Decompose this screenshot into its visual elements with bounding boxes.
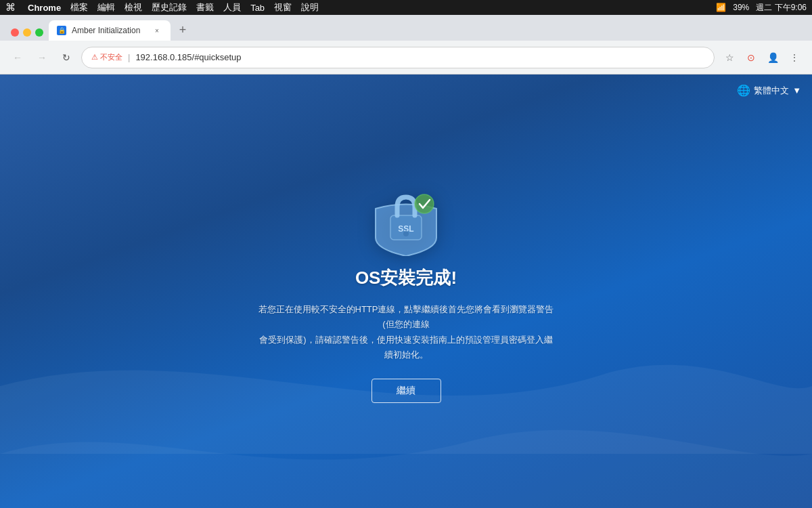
ssl-icon-container: SSL: [369, 179, 443, 254]
security-indicator: ⚠ 不安全: [91, 52, 122, 62]
minimize-window-button[interactable]: [23, 28, 31, 37]
svg-point-2: [403, 231, 409, 236]
tab-bar: Amber Initialization × +: [0, 15, 812, 41]
lang-label: 繁體中文: [754, 85, 789, 97]
svg-point-3: [415, 194, 434, 213]
tab-favicon: [57, 26, 66, 35]
menu-people[interactable]: 人員: [223, 1, 241, 14]
menu-view[interactable]: 檢視: [125, 1, 142, 14]
security-label: 不安全: [100, 52, 122, 62]
new-tab-button[interactable]: +: [173, 20, 192, 39]
tab-close-button[interactable]: ×: [152, 25, 162, 36]
bookmark-button[interactable]: ☆: [720, 48, 739, 67]
menu-help[interactable]: 說明: [301, 1, 319, 14]
back-button[interactable]: ←: [8, 48, 27, 67]
menu-window[interactable]: 視窗: [274, 1, 292, 14]
extension-button[interactable]: ⊙: [742, 48, 761, 67]
chrome-window: Amber Initialization × + ← → ↻ ⚠ 不安全 | 1…: [0, 15, 812, 508]
chrome-menu-button[interactable]: ⋮: [785, 48, 804, 67]
menu-bar-right: 📶 39% 週二 下午9:06: [716, 2, 807, 14]
install-description: 若您正在使用較不安全的HTTP連線，點擊繼續後首先您將會看到瀏覽器警告(但您的連…: [257, 302, 555, 362]
install-complete-title: OS安裝完成!: [355, 266, 457, 290]
traffic-lights: [5, 28, 49, 37]
main-content: SSL OS安裝完成! 若您正在使用較不安全的HTTP連線，點擊繼續後首先您將會…: [257, 179, 555, 402]
battery-indicator: 39%: [733, 3, 749, 12]
globe-icon: 🌐: [737, 84, 750, 97]
url-bar[interactable]: ⚠ 不安全 | 192.168.0.185/#quicksetup: [81, 47, 715, 68]
apple-menu[interactable]: ⌘: [5, 1, 16, 14]
chevron-down-icon: ▼: [792, 85, 801, 96]
account-button[interactable]: 👤: [763, 48, 782, 67]
maximize-window-button[interactable]: [35, 28, 43, 37]
tab-title: Amber Initialization: [72, 26, 146, 35]
menu-edit[interactable]: 編輯: [97, 1, 115, 14]
menu-tab[interactable]: Tab: [250, 3, 265, 13]
browser-content: 🌐 繁體中文 ▼ SSL: [0, 75, 812, 508]
reload-button[interactable]: ↻: [57, 48, 76, 67]
address-bar: ← → ↻ ⚠ 不安全 | 192.168.0.185/#quicksetup …: [0, 41, 812, 75]
language-selector[interactable]: 🌐 繁體中文 ▼: [737, 84, 801, 97]
app-name-menu[interactable]: Chrome: [28, 3, 61, 13]
menu-bar: ⌘ Chrome 檔案 編輯 檢視 歷史記錄 書籤 人員 Tab 視窗 說明 📶…: [0, 0, 812, 15]
menu-bar-left: ⌘ Chrome 檔案 編輯 檢視 歷史記錄 書籤 人員 Tab 視窗 說明: [5, 1, 319, 14]
url-text: 192.168.0.185/#quicksetup: [135, 52, 241, 62]
menu-file[interactable]: 檔案: [70, 1, 88, 14]
wifi-icon: 📶: [716, 3, 726, 12]
lock-icon: ⚠: [91, 53, 98, 62]
forward-button[interactable]: →: [32, 48, 51, 67]
clock: 週二 下午9:06: [756, 2, 807, 14]
close-window-button[interactable]: [11, 28, 19, 37]
menu-bookmarks[interactable]: 書籤: [196, 1, 214, 14]
address-bar-actions: ☆ ⊙ 👤 ⋮: [720, 48, 804, 67]
menu-history[interactable]: 歷史記錄: [152, 1, 187, 14]
ssl-lock-icon: SSL: [369, 178, 443, 256]
active-tab[interactable]: Amber Initialization ×: [49, 20, 171, 41]
continue-button[interactable]: 繼續: [371, 379, 441, 403]
